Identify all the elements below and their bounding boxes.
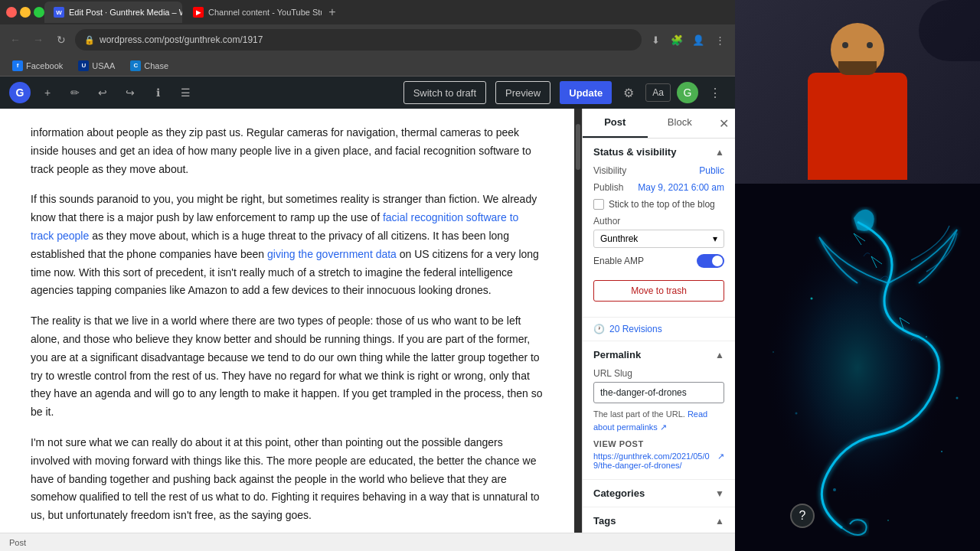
svg-point-3 — [926, 336, 927, 337]
section-permalink: Permalink ▲ URL Slug The last part of th… — [583, 341, 735, 480]
bookmarks-bar: f Facebook U USAA C Chase — [0, 55, 735, 77]
url-slug-input[interactable] — [593, 382, 724, 403]
svg-point-4 — [795, 412, 798, 415]
extension-puzzle-icon[interactable]: 🧩 — [668, 31, 686, 49]
tab-post[interactable]: Post — [583, 109, 648, 138]
menu-icon[interactable]: ⋮ — [710, 31, 729, 49]
update-button[interactable]: Update — [560, 81, 612, 104]
more-options-button[interactable]: ⋮ — [704, 82, 726, 103]
redo-button[interactable]: ↪ — [119, 82, 141, 103]
bookmark-usaa-label: USAA — [92, 61, 115, 70]
categories-toggle[interactable]: ▼ — [715, 488, 724, 499]
enable-amp-row: Enable AMP — [593, 254, 724, 268]
wp-logo[interactable]: G — [9, 82, 31, 103]
status-visibility-content: Visibility Public Publish May 9, 2021 6:… — [583, 165, 735, 317]
permalink-toggle[interactable]: ▲ — [715, 350, 724, 360]
move-to-trash-button[interactable]: Move to trash — [593, 280, 724, 302]
status-visibility-header[interactable]: Status & visibility ▲ — [583, 139, 735, 165]
window-close[interactable] — [6, 7, 17, 18]
permalink-title: Permalink — [593, 349, 641, 360]
video-person-area — [735, 0, 980, 184]
typography-button[interactable]: Aa — [645, 83, 671, 102]
chase-favicon: C — [130, 60, 141, 71]
switch-to-draft-button[interactable]: Switch to draft — [403, 81, 486, 104]
info-icon[interactable]: ℹ — [147, 82, 168, 103]
svg-point-1 — [766, 230, 949, 505]
clock-icon: 🕐 — [593, 324, 605, 334]
svg-point-6 — [833, 488, 836, 491]
tab-label-yt: Channel content - YouTube Studio — [208, 8, 322, 17]
editor-area[interactable]: information about people as they zip pas… — [0, 109, 574, 533]
external-link-icon: ↗ — [717, 452, 724, 461]
section-tags: Tags ▲ — [583, 507, 735, 533]
bookmark-chase[interactable]: C Chase — [124, 57, 175, 74]
categories-title: Categories — [593, 487, 645, 499]
stick-top-checkbox[interactable] — [593, 199, 604, 210]
tags-toggle[interactable]: ▲ — [715, 516, 724, 527]
window-maximize[interactable] — [34, 7, 44, 18]
status-visibility-toggle[interactable]: ▲ — [715, 147, 724, 158]
person-silhouette — [781, 15, 934, 184]
tab-block[interactable]: Block — [648, 109, 713, 138]
scroll-thumb — [576, 124, 580, 170]
visibility-value[interactable]: Public — [699, 165, 724, 176]
download-icon[interactable]: ⬇ — [646, 31, 665, 49]
bookmark-usaa[interactable]: U USAA — [72, 57, 121, 74]
list-view-icon[interactable]: ☰ — [175, 82, 196, 103]
sidebar-tabs: Post Block ✕ — [583, 109, 735, 139]
tags-title: Tags — [593, 515, 616, 527]
view-post-label: VIEW POST — [593, 439, 724, 448]
tools-icon[interactable]: ✏ — [64, 82, 86, 103]
revisions-section[interactable]: 🕐 20 Revisions — [583, 318, 735, 341]
enable-amp-toggle[interactable] — [697, 254, 724, 268]
bg-element — [919, 0, 980, 61]
person-body — [808, 73, 907, 180]
author-name: Gunthrek — [600, 233, 638, 244]
reload-button[interactable]: ↻ — [52, 31, 70, 49]
revisions-link[interactable]: 20 Revisions — [609, 324, 662, 334]
svg-point-8 — [956, 397, 959, 399]
undo-button[interactable]: ↩ — [92, 82, 113, 103]
visibility-row: Visibility Public — [593, 165, 724, 176]
categories-header[interactable]: Categories ▼ — [583, 480, 735, 507]
bookmark-facebook[interactable]: f Facebook — [6, 57, 69, 74]
person-beard — [838, 61, 877, 75]
author-select[interactable]: Gunthrek ▾ — [593, 230, 724, 248]
view-post-url: https://gunthrek.com/2021/05/09/the-dang… — [593, 452, 714, 470]
tab-wordpress[interactable]: W Edit Post · Gunthrek Media – W... ✕ — [44, 2, 182, 23]
preview-button[interactable]: Preview — [495, 81, 550, 104]
tab-label-wp: Edit Post · Gunthrek Media – W... — [69, 8, 182, 17]
bookmark-chase-label: Chase — [144, 61, 168, 70]
tab-add-button[interactable]: + — [323, 3, 341, 21]
settings-icon[interactable]: ⚙ — [618, 82, 639, 103]
help-button[interactable]: ? — [790, 504, 815, 528]
view-post-link[interactable]: https://gunthrek.com/2021/05/09/the-dang… — [593, 452, 724, 470]
lock-icon: 🔒 — [84, 35, 95, 45]
paragraph-4: I'm not sure what we can really do about… — [31, 434, 544, 525]
section-status-visibility: Status & visibility ▲ Visibility Public … — [583, 139, 735, 318]
settings-sidebar: Post Block ✕ Status & visibility ▲ Visib… — [582, 109, 735, 533]
grammarly-icon[interactable]: G — [677, 82, 698, 103]
link-facial-recognition[interactable]: facial recognition software to track peo… — [31, 211, 518, 242]
link-government-data[interactable]: giving the government data — [267, 248, 397, 260]
tab-youtube[interactable]: ▶ Channel content - YouTube Studio — [184, 2, 322, 23]
back-button[interactable]: ← — [6, 31, 24, 49]
bookmark-facebook-label: Facebook — [26, 61, 63, 70]
tags-header[interactable]: Tags ▲ — [583, 507, 735, 533]
person-eye-left — [842, 42, 848, 48]
publish-label: Publish — [593, 182, 623, 193]
publish-value[interactable]: May 9, 2021 6:00 am — [638, 182, 724, 193]
window-minimize[interactable] — [20, 7, 31, 18]
publish-row: Publish May 9, 2021 6:00 am — [593, 182, 724, 193]
permalink-header[interactable]: Permalink ▲ — [583, 341, 735, 368]
sidebar-close-button[interactable]: ✕ — [712, 109, 735, 138]
profile-icon[interactable]: 👤 — [689, 31, 707, 49]
statusbar-text: Post — [9, 538, 26, 547]
visibility-label: Visibility — [593, 165, 626, 176]
address-bar[interactable]: 🔒 wordpress.com/post/gunthrek.com/1917 — [75, 29, 642, 51]
facebook-favicon: f — [12, 60, 23, 71]
add-block-button[interactable]: + — [37, 82, 58, 103]
wp-topbar: G + ✏ ↩ ↪ ℹ ☰ Switch to draft Preview Up… — [0, 77, 735, 109]
editor-scrollbar[interactable] — [574, 109, 582, 533]
forward-button[interactable]: → — [29, 31, 47, 49]
